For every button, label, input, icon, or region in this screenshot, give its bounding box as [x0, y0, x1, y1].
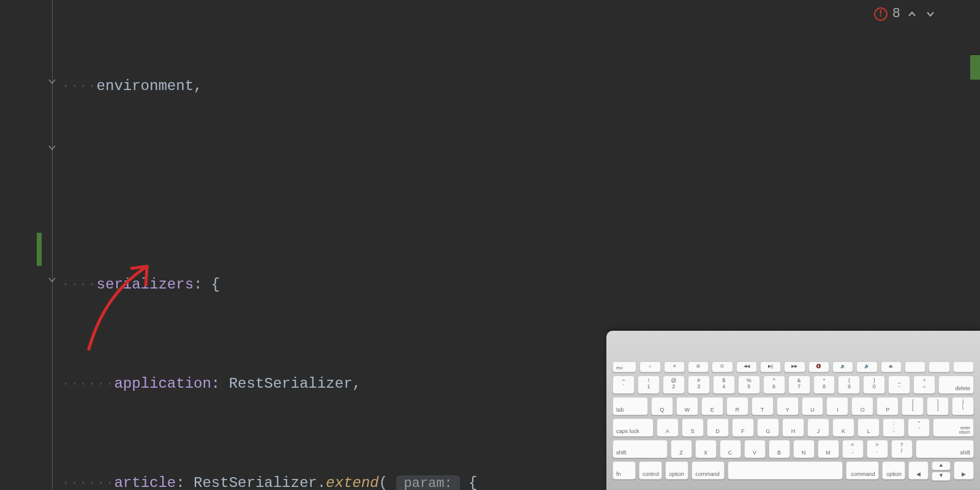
- key: ~`: [612, 375, 635, 394]
- key: D: [707, 418, 729, 437]
- key: I: [826, 397, 848, 415]
- key: X: [695, 440, 717, 458]
- key: B: [769, 440, 790, 458]
- key: 🔊: [856, 361, 877, 372]
- key: ◀: [908, 461, 929, 480]
- key: #3: [688, 375, 710, 394]
- property: article: [114, 475, 176, 490]
- key: %5: [738, 375, 760, 394]
- key: ?/: [891, 440, 913, 458]
- key: shift: [916, 440, 974, 458]
- code-line[interactable]: ····environment,: [61, 70, 980, 103]
- key: U: [802, 397, 824, 415]
- key: *8: [813, 375, 835, 394]
- key: tab: [612, 397, 648, 415]
- minimap-change-marker: [970, 55, 980, 80]
- code-line[interactable]: ····serializers: {: [61, 268, 980, 301]
- method-call: extend: [326, 475, 379, 490]
- key: (9: [838, 375, 860, 394]
- key: ^6: [763, 375, 785, 394]
- vcs-change-marker: [37, 233, 42, 266]
- key: ▶▶: [784, 361, 805, 372]
- key: ▲: [932, 461, 951, 470]
- key: delete: [938, 375, 974, 394]
- key: S: [682, 418, 704, 437]
- fold-toggle-icon[interactable]: [48, 74, 56, 82]
- key: ⏏: [881, 361, 902, 372]
- type-ref: RestSerializer: [229, 375, 353, 392]
- type-ref: RestSerializer: [194, 475, 317, 490]
- key: ☀: [664, 361, 685, 372]
- key: Q: [651, 397, 673, 415]
- key: +=: [913, 375, 935, 394]
- arrow-keys: ▲▼: [932, 461, 951, 481]
- key: "': [908, 418, 930, 437]
- identifier: environment: [97, 78, 194, 94]
- key: E: [701, 397, 723, 415]
- key: ⊞: [688, 361, 709, 372]
- keyboard-overlay: esc☼☀⊞⊟◀◀▶||▶▶🔇🔉🔊⏏ ~`!1@2#3$4%5^6&7*8(9)…: [606, 331, 980, 490]
- key: L: [858, 418, 880, 437]
- key: Y: [777, 397, 799, 415]
- key: [929, 361, 949, 372]
- key: )0: [863, 375, 885, 394]
- fold-toggle-icon[interactable]: [48, 140, 56, 148]
- key: M: [818, 440, 839, 458]
- property: application: [114, 375, 211, 392]
- key: R: [726, 397, 748, 415]
- key: !1: [638, 375, 660, 394]
- error-icon: !: [874, 7, 888, 21]
- key: shift: [612, 440, 668, 458]
- key: ◀◀: [736, 361, 757, 372]
- key: G: [757, 418, 779, 437]
- key: option: [665, 461, 688, 480]
- key: :;: [883, 418, 905, 437]
- key: F: [732, 418, 754, 437]
- key: [905, 361, 925, 372]
- key: ▶||: [760, 361, 781, 372]
- key: option: [882, 461, 905, 480]
- key: 🔇: [809, 361, 829, 372]
- problems-widget[interactable]: ! 8: [874, 6, 937, 21]
- key: command: [846, 461, 879, 480]
- key: O: [851, 397, 873, 415]
- inlay-hint: param:: [396, 475, 459, 490]
- key: |\: [952, 397, 974, 415]
- key: esc: [612, 361, 636, 372]
- property: serializers: [97, 276, 194, 293]
- key: J: [807, 418, 829, 437]
- key: $4: [713, 375, 735, 394]
- next-problem-icon[interactable]: [924, 7, 937, 21]
- key: command: [692, 461, 725, 480]
- key: ▼: [932, 472, 951, 481]
- key: A: [657, 418, 679, 437]
- fold-toggle-icon[interactable]: [48, 272, 56, 281]
- prev-problem-icon[interactable]: [905, 7, 919, 21]
- code-line[interactable]: [61, 169, 980, 202]
- key: K: [832, 418, 854, 437]
- key: caps lock: [612, 418, 654, 437]
- key: [728, 461, 843, 480]
- key: _-: [888, 375, 910, 394]
- error-count: 8: [892, 6, 900, 21]
- key: }]: [927, 397, 949, 415]
- key: N: [793, 440, 815, 458]
- key: [953, 361, 974, 372]
- key: >.: [867, 440, 888, 458]
- key: T: [752, 397, 774, 415]
- key: 🔉: [832, 361, 853, 372]
- key: enterreturn: [933, 418, 974, 437]
- key: W: [676, 397, 698, 415]
- key: fn: [612, 461, 636, 480]
- key: @2: [663, 375, 685, 394]
- key: ⊟: [712, 361, 733, 372]
- key: V: [744, 440, 766, 458]
- key: ▶: [954, 461, 974, 480]
- key: H: [782, 418, 804, 437]
- key: control: [639, 461, 662, 480]
- key: <,: [842, 440, 864, 458]
- key: &7: [788, 375, 810, 394]
- key: {[: [902, 397, 924, 415]
- key: ☼: [639, 361, 660, 372]
- key: P: [876, 397, 899, 415]
